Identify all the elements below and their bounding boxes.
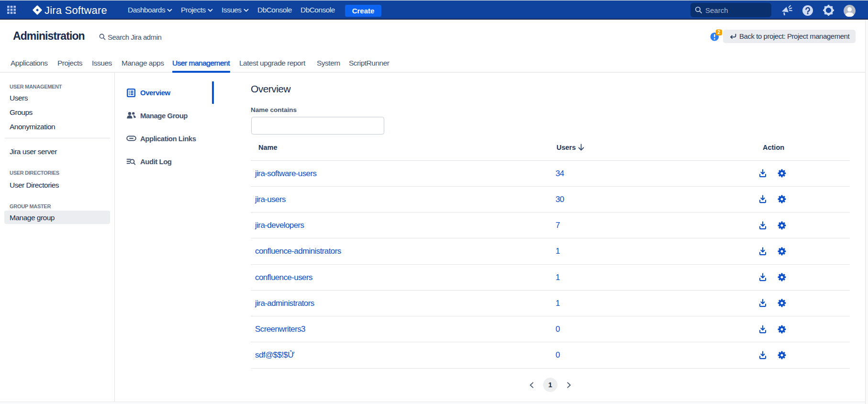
svg-text:2: 2 [718, 29, 721, 35]
